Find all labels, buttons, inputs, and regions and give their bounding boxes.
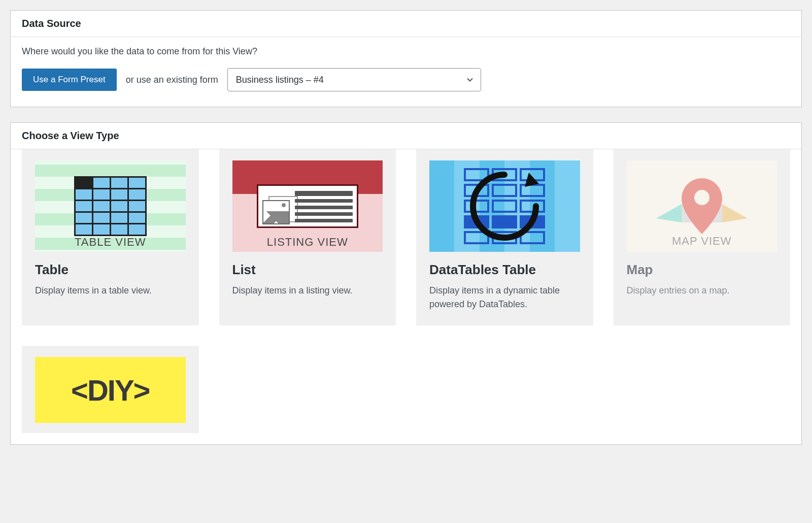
view-type-panel: Choose a View Type TABLE VIEW Table Disp… xyxy=(10,122,802,445)
data-source-panel: Data Source Where would you like the dat… xyxy=(10,10,802,107)
table-thumb-label: TABLE VIEW xyxy=(35,236,186,249)
table-card-title: Table xyxy=(35,262,186,278)
table-view-thumb: TABLE VIEW xyxy=(35,160,186,252)
data-source-controls: Use a Form Preset or use an existing for… xyxy=(22,68,790,91)
existing-form-select-wrap: Business listings – #4 xyxy=(227,68,481,91)
view-type-grid: TABLE VIEW Table Display items in a tabl… xyxy=(11,149,801,444)
list-thumb-label: LISTING VIEW xyxy=(232,236,383,249)
list-card-title: List xyxy=(232,262,383,278)
data-source-prompt: Where would you like the data to come fr… xyxy=(22,46,790,57)
list-card-desc: Display items in a listing view. xyxy=(232,284,383,298)
diy-view-thumb: <DIY> xyxy=(35,357,186,423)
table-card-desc: Display items in a table view. xyxy=(35,284,186,298)
map-card-title: Map xyxy=(627,262,777,278)
existing-form-select[interactable]: Business listings – #4 xyxy=(227,68,481,91)
map-thumb-label: MAP VIEW xyxy=(627,235,777,248)
view-type-heading: Choose a View Type xyxy=(22,130,790,142)
map-pin-icon xyxy=(682,178,722,234)
view-card-table[interactable]: TABLE VIEW Table Display items in a tabl… xyxy=(22,149,199,325)
use-form-preset-button[interactable]: Use a Form Preset xyxy=(22,69,117,91)
view-card-diy[interactable]: <DIY> xyxy=(22,346,199,433)
view-card-list[interactable]: LISTING VIEW List Display items in a lis… xyxy=(219,149,396,325)
datatables-card-desc: Display items in a dynamic table powered… xyxy=(429,284,580,311)
refresh-arrow-icon xyxy=(464,166,545,247)
datatables-card-title: DataTables Table xyxy=(429,262,580,278)
data-source-heading: Data Source xyxy=(22,18,790,29)
view-card-map[interactable]: MAP VIEW Map Display entries on a map. xyxy=(614,149,791,325)
listing-card-icon xyxy=(257,184,358,228)
map-card-desc: Display entries on a map. xyxy=(627,284,777,298)
view-card-datatables[interactable]: DataTables Table Display items in a dyna… xyxy=(416,149,593,325)
datatables-view-thumb xyxy=(429,160,580,252)
data-source-body: Where would you like the data to come fr… xyxy=(11,37,801,107)
map-view-thumb: MAP VIEW xyxy=(627,160,777,252)
or-use-existing-text: or use an existing form xyxy=(126,75,218,85)
list-view-thumb: LISTING VIEW xyxy=(232,160,383,252)
view-type-header: Choose a View Type xyxy=(11,123,801,149)
data-source-header: Data Source xyxy=(11,11,801,37)
table-grid-icon xyxy=(74,176,147,236)
svg-point-0 xyxy=(694,190,709,205)
diy-thumb-label: <DIY> xyxy=(71,373,149,407)
